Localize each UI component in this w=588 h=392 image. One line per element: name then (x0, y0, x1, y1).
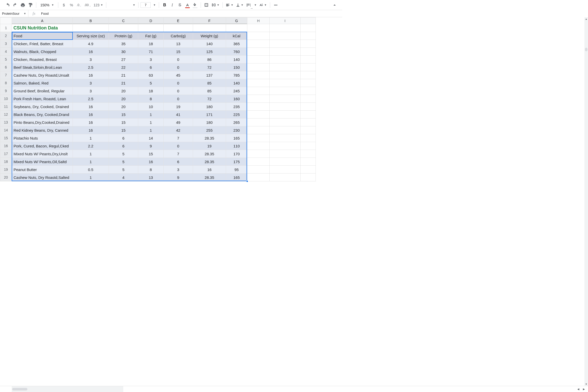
column-header-H[interactable]: H (247, 18, 270, 24)
table-header-cell[interactable]: Carbo(g) (164, 32, 193, 40)
cell[interactable] (247, 118, 270, 126)
data-cell[interactable]: Cashew Nuts, Dry Roastd,Unsalt (12, 71, 73, 79)
table-header-cell[interactable]: Protein (g) (109, 32, 138, 40)
data-cell[interactable]: 7 (164, 150, 193, 158)
table-header-cell[interactable]: Weight (g) (193, 32, 226, 40)
data-cell[interactable]: 22 (109, 63, 138, 71)
data-cell[interactable]: Pistachio Nuts (12, 134, 73, 142)
cell[interactable] (109, 24, 138, 32)
data-cell[interactable]: 6 (164, 158, 193, 166)
cell[interactable] (247, 111, 270, 118)
data-cell[interactable]: 72 (193, 63, 226, 71)
data-cell[interactable]: 165 (226, 134, 247, 142)
cell[interactable] (301, 118, 316, 126)
cell[interactable] (301, 87, 316, 95)
cell[interactable] (270, 103, 301, 111)
cell[interactable] (301, 111, 316, 118)
cell[interactable] (270, 56, 301, 63)
cell[interactable] (301, 79, 316, 87)
data-cell[interactable]: 180 (193, 118, 226, 126)
data-cell[interactable]: 4.9 (73, 40, 109, 48)
data-cell[interactable]: 6 (138, 63, 164, 71)
data-cell[interactable]: 72 (193, 95, 226, 103)
row-header[interactable]: 2 (0, 32, 12, 40)
cell[interactable] (270, 40, 301, 48)
more-formats-button[interactable]: 123▼ (93, 2, 104, 9)
cell[interactable] (301, 56, 316, 63)
cell[interactable] (138, 24, 164, 32)
data-cell[interactable]: 3 (164, 166, 193, 174)
data-cell[interactable]: 785 (226, 71, 247, 79)
data-cell[interactable]: 8 (138, 166, 164, 174)
data-cell[interactable]: 71 (138, 48, 164, 56)
data-cell[interactable]: 41 (164, 111, 193, 118)
name-box[interactable]: ProteinSour ▼ (0, 10, 28, 17)
column-header-G[interactable]: G (226, 18, 247, 24)
data-cell[interactable]: 0.5 (73, 166, 109, 174)
column-header-E[interactable]: E (164, 18, 193, 24)
text-rotation-button[interactable]: ▼ (258, 2, 268, 9)
column-header-D[interactable]: D (138, 18, 164, 24)
data-cell[interactable]: Chicken, Roasted, Breast (12, 56, 73, 63)
data-cell[interactable]: 8 (138, 95, 164, 103)
data-cell[interactable]: 42 (164, 126, 193, 134)
data-cell[interactable]: 16 (73, 48, 109, 56)
cell[interactable] (247, 63, 270, 71)
cell[interactable] (270, 87, 301, 95)
cell[interactable] (247, 158, 270, 166)
data-cell[interactable]: 3 (73, 79, 109, 87)
data-cell[interactable]: 760 (226, 48, 247, 56)
data-cell[interactable]: 20 (109, 95, 138, 103)
cell[interactable] (270, 166, 301, 174)
data-cell[interactable]: 28.35 (193, 134, 226, 142)
cell[interactable] (270, 118, 301, 126)
data-cell[interactable]: 365 (226, 40, 247, 48)
data-cell[interactable]: 0 (164, 142, 193, 150)
row-header[interactable]: 9 (0, 87, 12, 95)
text-color-button[interactable]: A (184, 2, 191, 9)
data-cell[interactable]: Mixed Nuts W/ Peants,Oil,Saltd (12, 158, 73, 166)
cell[interactable] (164, 24, 193, 32)
data-cell[interactable]: 15 (164, 48, 193, 56)
font-select[interactable]: ▼ (108, 2, 136, 9)
cell[interactable] (270, 174, 301, 181)
data-cell[interactable]: 165 (226, 174, 247, 181)
percent-format-button[interactable]: % (68, 2, 75, 9)
cell[interactable] (270, 142, 301, 150)
data-cell[interactable]: 230 (226, 126, 247, 134)
bold-button[interactable]: B (161, 2, 168, 9)
data-cell[interactable]: 16 (193, 166, 226, 174)
data-cell[interactable]: 21 (109, 79, 138, 87)
data-cell[interactable]: 13 (164, 40, 193, 48)
cell[interactable] (270, 79, 301, 87)
column-header-F[interactable]: F (193, 18, 226, 24)
data-cell[interactable]: 0 (164, 56, 193, 63)
data-cell[interactable]: 16 (73, 103, 109, 111)
cell[interactable] (270, 48, 301, 56)
data-cell[interactable]: 1 (73, 150, 109, 158)
data-cell[interactable]: 14 (138, 134, 164, 142)
data-cell[interactable]: 28.35 (193, 158, 226, 166)
data-cell[interactable]: 3 (138, 56, 164, 63)
data-cell[interactable]: 5 (138, 79, 164, 87)
data-cell[interactable]: Peanut Butter (12, 166, 73, 174)
row-header[interactable]: 18 (0, 158, 12, 166)
table-header-cell[interactable]: Serving size (oz) (73, 32, 109, 40)
cell[interactable] (270, 63, 301, 71)
data-cell[interactable]: 20 (109, 103, 138, 111)
cell[interactable] (301, 63, 316, 71)
cell[interactable] (193, 24, 226, 32)
data-cell[interactable]: Pork, Cured, Bacon, Regul,Cked (12, 142, 73, 150)
cell[interactable] (247, 79, 270, 87)
cell[interactable] (270, 32, 301, 40)
cell[interactable] (301, 166, 316, 174)
cell[interactable] (73, 24, 109, 32)
data-cell[interactable]: 2.2 (73, 142, 109, 150)
cell[interactable] (301, 40, 316, 48)
data-cell[interactable]: 225 (226, 111, 247, 118)
data-cell[interactable]: 5 (109, 158, 138, 166)
data-cell[interactable]: 0 (164, 95, 193, 103)
cell[interactable] (270, 134, 301, 142)
cell[interactable] (301, 48, 316, 56)
data-cell[interactable]: 6 (109, 134, 138, 142)
